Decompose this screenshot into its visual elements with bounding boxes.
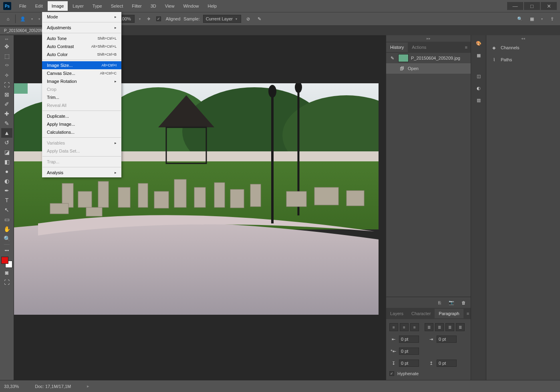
foreground-color-swatch[interactable]: [1, 257, 8, 264]
quick-mask-icon[interactable]: ◙: [1, 268, 12, 277]
tab-character[interactable]: Character: [407, 309, 435, 318]
menu-mode[interactable]: Mode▸: [42, 13, 121, 21]
eraser-tool[interactable]: ◪: [1, 147, 12, 157]
home-icon[interactable]: ⌂: [4, 15, 12, 23]
magic-wand-tool[interactable]: ✧: [1, 70, 12, 80]
menu-filter[interactable]: Filter: [128, 1, 145, 11]
space-before-field[interactable]: 0 pt: [399, 360, 419, 367]
zoom-level[interactable]: 33,33%: [4, 384, 19, 389]
menu-3d[interactable]: 3D: [147, 1, 160, 11]
arrange-docs-icon[interactable]: ▦: [528, 15, 536, 23]
channels-tab[interactable]: ◈ Channels: [486, 42, 560, 54]
tool-preset-dropdown[interactable]: ▾: [30, 17, 34, 21]
doc-info-arrow-icon[interactable]: ▸: [87, 384, 89, 389]
menu-auto-tone[interactable]: Auto ToneShift+Ctrl+L: [42, 34, 121, 42]
path-select-tool[interactable]: ↖: [1, 205, 12, 215]
aligned-checkbox[interactable]: ✓: [156, 16, 161, 21]
dodge-tool[interactable]: ◐: [1, 176, 12, 186]
menu-image-rotation[interactable]: Image Rotation▸: [42, 77, 121, 85]
indent-right-field[interactable]: 0 pt: [437, 336, 457, 343]
window-close-button[interactable]: ✕: [541, 2, 557, 10]
tab-history[interactable]: History: [386, 42, 408, 52]
search-icon[interactable]: 🔍: [516, 15, 524, 23]
adjustments-panel-icon[interactable]: ◐: [475, 84, 483, 92]
blur-tool[interactable]: ●: [1, 167, 12, 176]
flow-dropdown[interactable]: ▾: [138, 17, 142, 21]
space-after-field[interactable]: 0 pt: [437, 360, 457, 367]
justify-right-icon[interactable]: ≣: [445, 323, 454, 331]
swatches-panel-icon[interactable]: ▦: [475, 51, 483, 59]
menu-apply-image[interactable]: Apply Image...: [42, 120, 121, 128]
menu-layer[interactable]: Layer: [68, 1, 88, 11]
frame-tool[interactable]: ⊠: [1, 90, 12, 99]
type-tool[interactable]: T: [1, 195, 12, 205]
justify-left-icon[interactable]: ≣: [425, 323, 433, 331]
justify-all-icon[interactable]: ≣: [456, 323, 465, 331]
menu-edit[interactable]: Edit: [31, 1, 47, 11]
color-swatches[interactable]: [1, 257, 12, 268]
indent-left-field[interactable]: 0 pt: [399, 336, 419, 343]
collapse-arrows-icon[interactable]: ▸▸: [386, 35, 471, 42]
hand-tool[interactable]: ✋: [1, 224, 12, 234]
brush-dropdown[interactable]: ▾: [37, 17, 41, 21]
justify-center-icon[interactable]: ≣: [435, 323, 444, 331]
delete-state-icon[interactable]: 🗑: [459, 299, 467, 307]
menu-auto-contrast[interactable]: Auto ContrastAlt+Shift+Ctrl+L: [42, 42, 121, 50]
styles-panel-icon[interactable]: ▥: [475, 96, 483, 104]
menu-adjustments[interactable]: Adjustments▸: [42, 24, 121, 32]
window-minimize-button[interactable]: —: [507, 2, 523, 10]
color-panel-icon[interactable]: 🎨: [475, 39, 483, 47]
lasso-tool[interactable]: ⌔: [1, 61, 12, 70]
doc-info[interactable]: Doc: 17,1M/17,1M: [35, 384, 71, 389]
menu-view[interactable]: View: [161, 1, 179, 11]
libraries-panel-icon[interactable]: ◫: [475, 72, 483, 80]
menu-help[interactable]: Help: [204, 1, 221, 11]
menu-auto-color[interactable]: Auto ColorShift+Ctrl+B: [42, 50, 121, 58]
align-left-icon[interactable]: ≡: [389, 323, 398, 331]
healing-brush-tool[interactable]: ✚: [1, 109, 12, 119]
airbrush-icon[interactable]: ✈: [145, 15, 153, 23]
menu-analysis[interactable]: Analysis▸: [42, 169, 121, 177]
share-icon[interactable]: ⇪: [548, 15, 556, 23]
eyedropper-tool[interactable]: ✐: [1, 99, 12, 109]
document-tab[interactable]: P_20150604_205209: [0, 27, 46, 34]
rect-marquee-tool[interactable]: ⬚: [1, 51, 12, 61]
collapse-arrows-icon[interactable]: ◂◂: [486, 35, 560, 42]
align-center-icon[interactable]: ≡: [400, 323, 409, 331]
tab-layers[interactable]: Layers: [386, 309, 407, 318]
history-brush-tool[interactable]: ↺: [1, 138, 12, 147]
menu-duplicate[interactable]: Duplicate...: [42, 112, 121, 120]
history-brush-source-icon[interactable]: ✎: [389, 54, 396, 62]
menu-image[interactable]: Image: [48, 1, 68, 11]
tablet-pressure-size-icon[interactable]: ✎: [256, 15, 264, 23]
history-snapshot-row[interactable]: ✎ P_20150604_205209.jpg: [386, 53, 471, 63]
history-state-row[interactable]: 🗐 Open: [386, 63, 471, 74]
sample-select[interactable]: Current Layer▾: [203, 15, 241, 23]
window-maximize-button[interactable]: □: [524, 2, 540, 10]
toolbox-collapse-icon[interactable]: ▸▸: [1, 36, 12, 42]
camera-icon[interactable]: 📷: [447, 299, 455, 307]
arrange-dropdown[interactable]: ▾: [540, 17, 544, 21]
menu-canvas-size[interactable]: Canvas Size...Alt+Ctrl+C: [42, 69, 121, 77]
move-tool[interactable]: ✥: [1, 42, 12, 51]
brush-tool[interactable]: ✎: [1, 119, 12, 128]
crop-tool[interactable]: ⛶: [1, 80, 12, 90]
edit-toolbar-icon[interactable]: •••: [1, 245, 12, 255]
align-right-icon[interactable]: ≡: [410, 323, 419, 331]
new-doc-from-state-icon[interactable]: ⎘: [435, 299, 443, 307]
tool-preset-icon[interactable]: 👤: [19, 15, 27, 23]
screen-mode-icon[interactable]: ⛶: [1, 277, 12, 287]
hyphenate-checkbox[interactable]: ✓: [389, 371, 394, 376]
menu-trim[interactable]: Trim...: [42, 93, 121, 101]
menu-window[interactable]: Window: [179, 1, 203, 11]
ignore-adjustment-icon[interactable]: ⊘: [244, 15, 252, 23]
paths-tab[interactable]: ⌇ Paths: [486, 54, 560, 66]
panel-menu-icon[interactable]: ≡: [462, 45, 471, 50]
clone-stamp-tool[interactable]: ▲: [1, 128, 12, 138]
menu-type[interactable]: Type: [89, 1, 106, 11]
menu-select[interactable]: Select: [107, 1, 127, 11]
menu-file[interactable]: File: [15, 1, 30, 11]
gradient-tool[interactable]: ◧: [1, 157, 12, 167]
indent-first-field[interactable]: 0 pt: [399, 348, 419, 355]
zoom-tool[interactable]: 🔍: [1, 234, 12, 243]
